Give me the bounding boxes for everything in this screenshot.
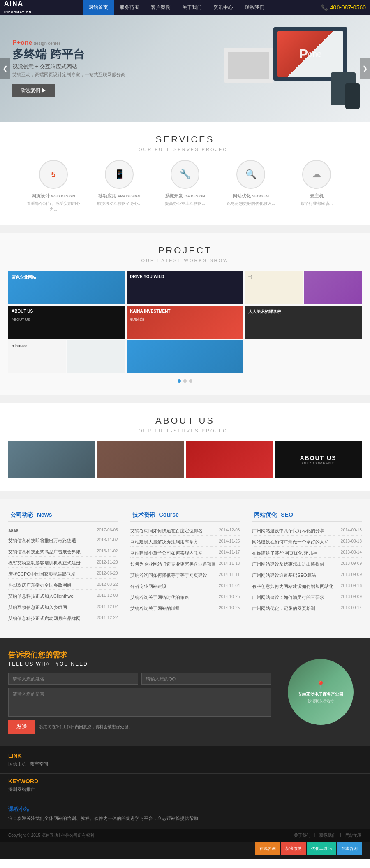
dot-2[interactable] (183, 379, 187, 383)
nav-news[interactable]: 资讯中心 (208, 0, 239, 15)
services-grid: 5 网页设计 WEB DESIGN 着重每个细节、感受实用用心之... 📱 移动… (0, 160, 370, 212)
map-circle: 📍 艾纳互动电子商务产业园 沙湖联东易站站 (288, 659, 354, 725)
project-item-9[interactable] (67, 340, 125, 373)
contact-subtitle: TELL US WHAT YOU NEED (8, 661, 271, 667)
about-img-2[interactable] (97, 441, 184, 478)
project-grid: 蓝色企业网站 DRIVE YOU WILD 书 ABOUT US ABOUT U… (0, 271, 370, 373)
header: AINAINFORMATION 网站首页 服务范围 客户案例 关于我们 资讯中心… (0, 0, 370, 15)
project-item-10[interactable] (127, 340, 243, 373)
project-item-7[interactable]: 人人美术招课学校 (245, 306, 362, 339)
footer-links: LINK 国信主机 | 蓝宇空间 (0, 746, 370, 773)
project-item-6[interactable]: KAINA INVESTMENT 凯纳投资 (127, 306, 243, 339)
sep2 (0, 395, 370, 403)
phone-icon: 📞 (321, 4, 328, 11)
hero-arrow-left[interactable]: ❮ (0, 58, 10, 79)
hero-title: 多终端 跨平台 (12, 47, 193, 61)
news-item: 艾纳信息科技正式高品广告展会界限 2013-11-02 (8, 548, 118, 557)
hero-banner: ❮ P+one design center 多终端 跨平台 视觉创意 + 交互响… (0, 15, 370, 122)
project-item-4[interactable] (304, 271, 362, 304)
nav-cases[interactable]: 客户案例 (145, 0, 176, 15)
hero-btn[interactable]: 欣赏案例 ▶ (12, 84, 55, 97)
course-title[interactable]: 课程小站 (8, 805, 362, 813)
hero-brand-sub: design center (34, 41, 60, 46)
contact-section: 告诉我们您的需求 TELL US WHAT YOU NEED 发送 我们将在1个… (0, 638, 370, 746)
footer-link-about[interactable]: 关于我们 (294, 833, 310, 838)
course-desc: 注：欢迎关注我们全体网站的培训、教程、软件为一体的的促进学习平台，立志帮站长提供… (8, 815, 362, 822)
about-img-3[interactable] (186, 441, 273, 478)
service-desc-3: 提高办公室上互联网... (156, 201, 214, 207)
project-dots (0, 379, 370, 383)
service-name-5: 云主机 (288, 193, 345, 199)
link-item-2[interactable]: 蓝宇空间 (30, 761, 48, 766)
contact-row-1 (8, 673, 271, 685)
nav-contact[interactable]: 联系我们 (239, 0, 270, 15)
news-item: 艾纳谷询关于网络时代的策略 2014-10-25 (130, 593, 240, 602)
btn-weibo[interactable]: 新浪微博 (281, 842, 306, 855)
project-item-3[interactable]: 书 (245, 271, 303, 304)
service-cloud[interactable]: ☁ 云主机 帮个行业都应该... (288, 160, 345, 212)
dot-3[interactable] (189, 379, 192, 383)
map-label: 艾纳互动电子商务产业园 (298, 692, 343, 697)
link-content: 国信主机 | 蓝宇空间 (8, 761, 362, 767)
keyword-content: 深圳网站推广 (8, 787, 362, 793)
hero-brand: P+one (12, 39, 32, 46)
logo: AINAINFORMATION (4, 0, 32, 15)
contact-qq-input[interactable] (141, 673, 271, 685)
project-item-8[interactable]: n houzz (8, 340, 66, 373)
news-item: 热烈欢庆广东举办全国乡政网组 2012-03-22 (8, 581, 118, 590)
about-grid: ABOUT US OUR COMPANY (0, 441, 370, 478)
service-name-2: 移动应用 APP DESIGN (90, 193, 148, 199)
service-mobile[interactable]: 📱 移动应用 APP DESIGN 触摸移动互联网至身心... (90, 160, 148, 212)
footer-link-sitemap[interactable]: 网站地图 (345, 833, 362, 838)
project-item-2[interactable]: DRIVE YOU WILD (127, 271, 243, 304)
hero-arrow-right[interactable]: ❯ (360, 58, 370, 79)
btn-online-consult[interactable]: 在线咨询 (255, 842, 280, 855)
news-item: 庆祝CCPO中国国家影视媒影联发 2012-06-29 (8, 570, 118, 579)
news-grid: 公司动态 News aaaa 2017-06-05 艾纳信息科技即将推出万寿路德… (8, 511, 362, 625)
news-item: 网站建设小章子公司如何实现内联网 2014-11-17 (130, 549, 240, 558)
news-item: 如何为企业网站打造专业更完美企业备项目 2014-11-13 (130, 560, 240, 569)
nav-home[interactable]: 网站首页 (83, 0, 114, 15)
contact-message-textarea[interactable] (8, 688, 271, 717)
project-item-5[interactable]: ABOUT US ABOUT US (8, 306, 125, 339)
service-name-3: 系统开发 OA DESIGN (156, 193, 214, 199)
html5-icon: 5 (39, 160, 68, 189)
news-item: 艾纳信息科技正式加入Clienthwei 2011-12-03 (8, 592, 118, 601)
device-laptop (224, 48, 273, 83)
link-title: LINK (8, 752, 362, 759)
dot-1[interactable] (178, 379, 181, 383)
news-item: 分析专业网站建设 2014-11-04 (130, 582, 240, 591)
contact-send-button[interactable]: 发送 (8, 720, 35, 734)
project-title: PROJECT OUR LATEST WORKS SHOW (0, 233, 370, 271)
service-desc-4: 跑尽是您更好的优化收入... (222, 201, 280, 207)
hero-subtitle: 视觉创意 + 交互响应式网站 (12, 63, 193, 70)
contact-note: 我们将在1个工作日内回复您，资料会被密保处理。 (39, 724, 132, 730)
about-img-4[interactable]: ABOUT US OUR COMPANY (275, 441, 362, 478)
service-seo[interactable]: 🔍 网站优化 SEO/SEM 跑尽是您更好的优化收入... (222, 160, 280, 212)
btn-qrcode[interactable]: 优化二维码 (307, 842, 336, 855)
about-us-text: ABOUT US (300, 455, 336, 461)
service-desc-5: 帮个行业都应该... (288, 201, 345, 207)
btn-consult-2[interactable]: 在线咨询 (337, 842, 362, 855)
news-item: 艾纳谷询问如何快速在百度定位排名 2014-12-03 (130, 527, 240, 536)
wrench-icon: 🔧 (171, 160, 199, 189)
nav-services[interactable]: 服务范围 (114, 0, 145, 15)
service-sysdev[interactable]: 🔧 系统开发 OA DESIGN 提高办公室上互联网... (156, 160, 214, 212)
link-item-1[interactable]: 国信主机 (8, 761, 26, 766)
hero-desc: 艾纳互动，高端网页设计定制专家，一站式互联网服务商 (12, 72, 193, 78)
cloud-icon: ☁ (302, 160, 331, 189)
device-phone (345, 83, 360, 109)
screen-text: P (299, 46, 308, 62)
footer-link-contact[interactable]: 联系我们 (319, 833, 336, 838)
news-col-seo: 网站优化 SEO 广州网站建设中几个良好私化的分享 2014-09-18 网站建… (252, 511, 362, 625)
news-item: 广州网站建设：如何满足行的三要求 2013-09-09 (252, 593, 362, 602)
news-item: 艾纳谷询问如何降低等于等于网页建设 2014-11-11 (130, 571, 240, 580)
project-item-1[interactable]: 蓝色企业网站 (8, 271, 125, 304)
news-item: 艾纳信息科技即将推出万寿路德通 2013-11-02 (8, 536, 118, 545)
keyword-title: KEYWORD (8, 778, 362, 784)
about-img-1[interactable] (8, 441, 95, 478)
service-webdesign[interactable]: 5 网页设计 WEB DESIGN 着重每个细节、感受实用用心之... (25, 160, 82, 212)
contact-name-input[interactable] (8, 673, 138, 685)
nav-about[interactable]: 关于我们 (176, 0, 208, 15)
hero-devices: P one (206, 23, 370, 114)
